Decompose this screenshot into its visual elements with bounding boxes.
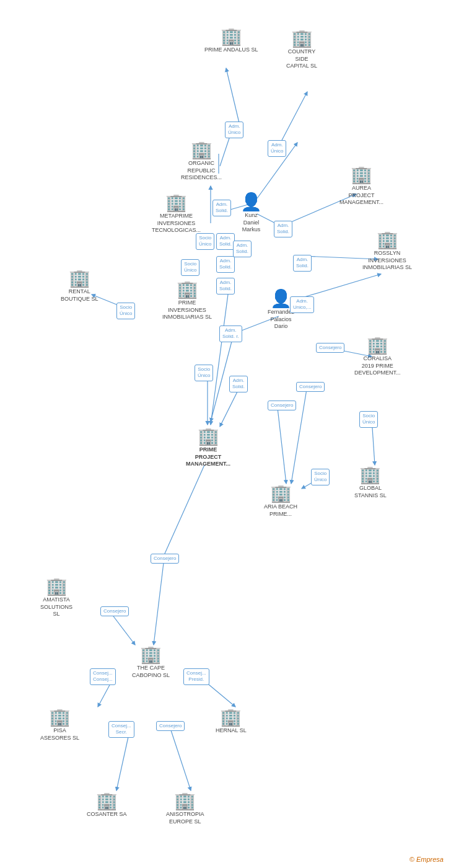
label-aria-beach: ARIA BEACHPRIME... (264, 503, 297, 518)
person-icon-kunz: 👤 (240, 193, 262, 211)
label-prime-project: PRIMEPROJECTMANAGEMENT... (186, 446, 230, 468)
building-icon-hernal: 🏢 (220, 709, 242, 726)
node-prime-andalus[interactable]: 🏢 PRIME ANDALUS SL (204, 28, 258, 54)
label-global-stannis: GLOBALSTANNIS SL (354, 485, 387, 499)
label-kunz: KunzDanielMarkus (242, 212, 261, 234)
badge-adm-solid-4[interactable]: Adm.Solid. (274, 221, 292, 237)
svg-line-16 (278, 408, 286, 484)
node-pisa-asesores[interactable]: 🏢 PISAASESORES SL (40, 709, 79, 742)
svg-line-1 (281, 92, 307, 141)
building-icon-prime-project: 🏢 (198, 428, 219, 445)
building-icon-amatista: 🏢 (46, 578, 68, 595)
label-country-side: COUNTRYSIDECAPITAL SL (286, 48, 317, 70)
svg-line-19 (164, 465, 204, 555)
node-rental-boutique[interactable]: 🏢 RENTALBOUTIQUE SL (61, 270, 99, 303)
building-icon-cosanter: 🏢 (96, 792, 118, 810)
badge-socio-unico-2[interactable]: SocioÚnico (181, 259, 199, 276)
building-icon-rental-boutique: 🏢 (69, 270, 90, 287)
label-rosslyn: ROSSLYNINVERSIONESINMOBILIARIAS SL (362, 250, 412, 272)
label-hernal: HERNAL SL (216, 727, 247, 735)
node-coralisa[interactable]: 🏢 CORALISA2019 PRIMEDEVELOPMENT... (354, 337, 401, 377)
node-anisotropia[interactable]: 🏢 ANISOTROPIAEUROPE SL (166, 792, 204, 825)
label-prime-andalus: PRIME ANDALUS SL (204, 46, 258, 54)
badge-consejero-6[interactable]: Consejero (156, 721, 185, 731)
building-icon-rosslyn: 🏢 (377, 231, 398, 249)
badge-adm-solid-5[interactable]: Adm.Solid. (293, 255, 312, 272)
badge-adm-solid-8[interactable]: Adm.Solid. (229, 376, 248, 392)
badge-adm-solid-2[interactable]: Adm.Solid. (216, 233, 235, 250)
node-prime-project[interactable]: 🏢 PRIMEPROJECTMANAGEMENT... (186, 428, 230, 468)
badge-consejero-3[interactable]: Consejero (268, 401, 296, 410)
node-country-side[interactable]: 🏢 COUNTRYSIDECAPITAL SL (286, 30, 317, 70)
building-icon-prime-andalus: 🏢 (221, 28, 242, 45)
node-aria-beach[interactable]: 🏢 ARIA BEACHPRIME... (264, 485, 297, 518)
badge-socio-unico-3[interactable]: SocioÚnico (116, 303, 135, 319)
label-organic-republic: ORGANICREPUBLICRESIDENCES... (181, 160, 222, 182)
badge-consejero-2[interactable]: Consejero (296, 382, 325, 392)
badge-adm-solid-6[interactable]: Adm.Solid. (216, 256, 235, 273)
building-icon-global-stannis: 🏢 (359, 466, 381, 484)
building-icon-coralisa: 🏢 (367, 337, 388, 354)
building-icon-aurea: 🏢 (351, 166, 372, 184)
svg-line-21 (112, 614, 135, 645)
building-icon-aria-beach: 🏢 (270, 485, 292, 502)
node-aurea[interactable]: 🏢 AUREAPROJECTMANAGEMENT... (339, 166, 383, 206)
node-metaprime[interactable]: 🏢 METAPRIMEINVERSIONESTECNOLOGICAS... (152, 194, 201, 234)
label-amatista: AMATISTASOLUTIONSSL (40, 596, 72, 618)
building-icon-pisa-asesores: 🏢 (49, 709, 71, 726)
badge-adm-solid-1[interactable]: Adm.Solid. (212, 200, 231, 216)
node-prime-inversiones[interactable]: 🏢 PRIMEINVERSIONESINMOBILIARIAS SL (162, 281, 212, 321)
label-pisa-asesores: PISAASESORES SL (40, 727, 79, 742)
svg-line-25 (170, 728, 191, 790)
label-prime-inversiones: PRIMEINVERSIONESINMOBILIARIAS SL (162, 299, 212, 321)
node-the-cape[interactable]: 🏢 THE CAPECABOPINO SL (132, 646, 170, 679)
svg-line-9 (302, 274, 381, 298)
svg-line-0 (226, 68, 239, 123)
badge-consej-presid[interactable]: Consej...Presid. (183, 668, 209, 685)
node-hernal[interactable]: 🏢 HERNAL SL (216, 709, 247, 735)
badge-adm-unico-3[interactable]: Adm.Unico,... (290, 296, 314, 313)
node-amatista[interactable]: 🏢 AMATISTASOLUTIONSSL (40, 578, 72, 618)
footer-copyright: © Empresa (409, 856, 444, 863)
node-organic-republic[interactable]: 🏢 ORGANICREPUBLICRESIDENCES... (181, 141, 222, 182)
building-icon-anisotropia: 🏢 (174, 792, 196, 810)
badge-consejero-1[interactable]: Consejero (316, 343, 344, 353)
building-icon-metaprime: 🏢 (165, 194, 187, 211)
svg-line-27 (211, 285, 229, 425)
badge-socio-unico-4[interactable]: SocioÚnico (195, 365, 213, 381)
building-icon-prime-inversiones: 🏢 (177, 281, 198, 298)
svg-line-24 (116, 728, 130, 790)
badge-socio-unico-5[interactable]: SocioÚnico (359, 411, 378, 428)
badge-socio-unico-1[interactable]: SocioÚnico (196, 233, 214, 250)
building-icon-organic-republic: 🏢 (191, 141, 212, 159)
badge-consej-consej[interactable]: Consej...Consej... (90, 668, 116, 685)
label-metaprime: METAPRIMEINVERSIONESTECNOLOGICAS... (152, 213, 201, 234)
label-the-cape: THE CAPECABOPINO SL (132, 665, 170, 679)
badge-adm-unico-1[interactable]: Adm.Único (225, 122, 243, 138)
node-cosanter[interactable]: 🏢 COSANTER SA (87, 792, 127, 818)
label-aurea: AUREAPROJECTMANAGEMENT... (339, 185, 383, 206)
badge-adm-solid-3[interactable]: Adm.Solid. (233, 241, 252, 257)
badge-consejero-5[interactable]: Consejero (100, 606, 129, 616)
node-global-stannis[interactable]: 🏢 GLOBALSTANNIS SL (354, 466, 387, 499)
node-rosslyn[interactable]: 🏢 ROSSLYNINVERSIONESINMOBILIARIAS SL (362, 231, 412, 272)
label-anisotropia: ANISOTROPIAEUROPE SL (166, 811, 204, 825)
label-cosanter: COSANTER SA (87, 811, 127, 818)
badge-consej-secr[interactable]: Consej...Secr. (108, 721, 134, 738)
building-icon-country-side: 🏢 (291, 30, 313, 47)
building-icon-the-cape: 🏢 (140, 646, 162, 663)
badge-socio-unico-6[interactable]: SocioÚnico (311, 469, 330, 485)
badge-adm-solid-r[interactable]: Adm.Solid. r. (219, 326, 242, 342)
node-kunz[interactable]: 👤 KunzDanielMarkus (240, 193, 262, 234)
label-coralisa: CORALISA2019 PRIMEDEVELOPMENT... (354, 355, 401, 377)
footer-text: © Empresa (409, 856, 444, 863)
label-rental-boutique: RENTALBOUTIQUE SL (61, 288, 99, 303)
svg-line-20 (154, 558, 164, 645)
badge-consejero-4[interactable]: Consejero (151, 554, 179, 564)
badge-adm-solid-7[interactable]: Adm.Solid. (216, 278, 235, 294)
badge-adm-unico-2[interactable]: Adm.Único (268, 140, 286, 157)
diagram-canvas: 🏢 PRIME ANDALUS SL 🏢 COUNTRYSIDECAPITAL … (0, 0, 451, 868)
person-icon-fernandez: 👤 (270, 290, 292, 308)
